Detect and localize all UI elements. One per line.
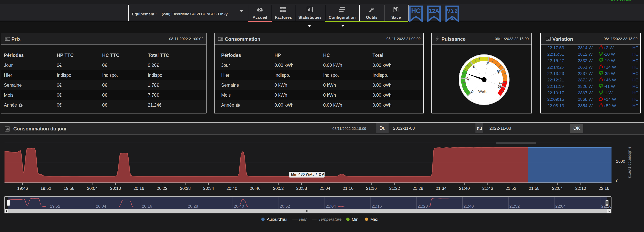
svg-text:V3.2: V3.2 — [447, 8, 458, 14]
svg-text:2k: 2k — [465, 76, 470, 81]
svg-text:20:16: 20:16 — [134, 186, 144, 191]
svg-text:20:28: 20:28 — [180, 186, 191, 191]
svg-text:Watt: Watt — [478, 89, 486, 94]
svg-text:21:28: 21:28 — [418, 204, 428, 208]
svg-text:20:16: 20:16 — [142, 204, 152, 208]
svg-text:20:04: 20:04 — [96, 204, 106, 208]
svg-text:22:16: 22:16 — [598, 186, 609, 191]
svg-text:21:58: 21:58 — [529, 186, 540, 191]
svg-text:21:22: 21:22 — [389, 186, 400, 191]
svg-text:22:04: 22:04 — [552, 186, 563, 191]
svg-text:19:46: 19:46 — [17, 186, 28, 191]
svg-text:20:40: 20:40 — [226, 186, 237, 191]
svg-text:0: 0 — [616, 179, 618, 183]
svg-text:HC: HC — [411, 7, 421, 14]
svg-text:21:10: 21:10 — [343, 186, 354, 191]
svg-text:20:34: 20:34 — [203, 186, 214, 191]
svg-text:21:34: 21:34 — [436, 186, 446, 191]
svg-text:21:46: 21:46 — [482, 186, 493, 191]
svg-text:21:16: 21:16 — [372, 204, 382, 208]
svg-text:20:28: 20:28 — [188, 204, 198, 208]
svg-text:Min 480 Watt / 2 A: Min 480 Watt / 2 A — [291, 172, 324, 176]
svg-text:20:46: 20:46 — [250, 186, 260, 191]
svg-text:21:52: 21:52 — [506, 186, 516, 191]
svg-text:21:52: 21:52 — [509, 204, 520, 208]
svg-text:12A: 12A — [428, 8, 439, 14]
svg-text:20:10: 20:10 — [110, 186, 121, 191]
svg-text:20:22: 20:22 — [156, 186, 167, 191]
svg-text:20:40: 20:40 — [234, 204, 244, 208]
svg-text:19:52: 19:52 — [50, 204, 60, 208]
svg-text:21:28: 21:28 — [412, 186, 423, 191]
svg-text:19:52: 19:52 — [40, 186, 51, 191]
svg-text:22:04: 22:04 — [555, 204, 566, 208]
svg-text:22:10: 22:10 — [575, 186, 586, 191]
svg-text:19:58: 19:58 — [64, 186, 74, 191]
svg-text:20:52: 20:52 — [280, 204, 290, 208]
svg-text:21:16: 21:16 — [366, 186, 377, 191]
svg-text:20:52: 20:52 — [273, 186, 284, 191]
svg-text:21:04: 21:04 — [326, 204, 336, 208]
svg-text:20:58: 20:58 — [296, 186, 307, 191]
svg-text:21:04: 21:04 — [320, 186, 330, 191]
svg-text:21:40: 21:40 — [464, 204, 474, 208]
svg-text:21:40: 21:40 — [459, 186, 470, 191]
svg-text:1600: 1600 — [616, 159, 625, 163]
svg-text:20:04: 20:04 — [87, 186, 98, 191]
